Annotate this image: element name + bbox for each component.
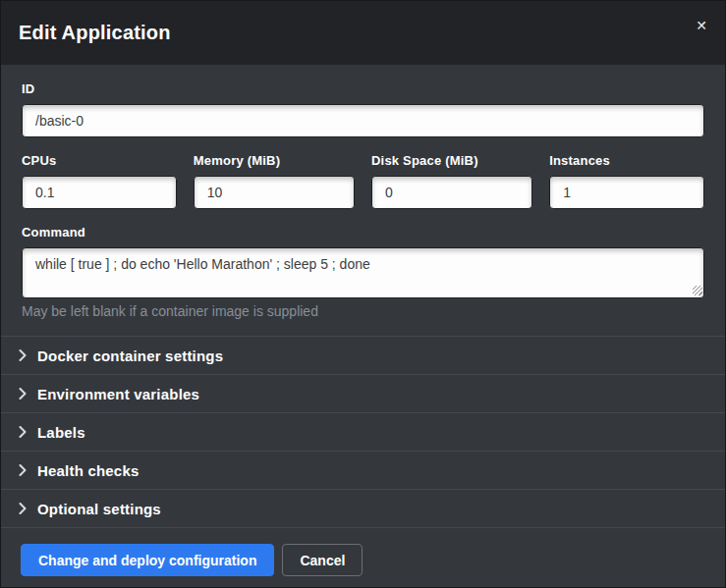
instances-label: Instances <box>549 153 704 168</box>
section-labels[interactable]: Labels <box>1 412 725 451</box>
section-label: Docker container settings <box>37 347 223 364</box>
close-icon: ✕ <box>696 18 707 33</box>
change-and-deploy-button[interactable]: Change and deploy configuration <box>21 544 274 576</box>
resources-row: CPUs Memory (MiB) Disk Space (MiB) Insta… <box>22 153 704 209</box>
chevron-right-icon <box>19 349 27 361</box>
chevron-right-icon <box>19 503 27 514</box>
instances-input[interactable] <box>549 176 704 209</box>
memory-field-group: Memory (MiB) <box>194 153 355 209</box>
command-label: Command <box>22 225 704 240</box>
application-form: ID CPUs Memory (MiB) Disk Space (MiB) In… <box>1 65 725 319</box>
resize-grip-icon[interactable] <box>693 286 702 295</box>
instances-field-group: Instances <box>549 153 704 209</box>
section-optional-settings[interactable]: Optional settings <box>1 489 725 527</box>
spacer <box>1 319 725 336</box>
command-textarea[interactable]: while [ true ] ; do echo 'Hello Marathon… <box>22 247 704 298</box>
section-label: Health checks <box>37 462 139 479</box>
chevron-right-icon <box>19 464 27 476</box>
disk-input[interactable] <box>371 176 532 209</box>
section-label: Labels <box>37 424 85 441</box>
section-label: Optional settings <box>37 501 161 517</box>
memory-label: Memory (MiB) <box>194 153 355 168</box>
edit-application-modal: Edit Application ✕ ID CPUs Memory (MiB) … <box>0 0 726 588</box>
command-textarea-wrap: while [ true ] ; do echo 'Hello Marathon… <box>22 247 704 298</box>
section-health-checks[interactable]: Health checks <box>1 451 725 489</box>
disk-label: Disk Space (MiB) <box>371 153 532 168</box>
section-environment-variables[interactable]: Environment variables <box>1 374 725 412</box>
id-label: ID <box>22 81 704 96</box>
chevron-right-icon <box>19 426 27 438</box>
modal-footer: Change and deploy configuration Cancel <box>1 528 725 588</box>
id-field-group: ID <box>22 81 704 137</box>
command-help-text: May be left blank if a container image i… <box>22 303 704 319</box>
id-input[interactable] <box>22 104 704 137</box>
accordion-sections: Docker container settings Environment va… <box>1 336 725 528</box>
modal-title: Edit Application <box>19 22 171 44</box>
section-label: Environment variables <box>37 386 199 402</box>
cpus-field-group: CPUs <box>22 153 177 209</box>
memory-input[interactable] <box>194 176 355 209</box>
chevron-right-icon <box>19 388 27 400</box>
close-button[interactable]: ✕ <box>689 13 714 38</box>
command-field-group: Command while [ true ] ; do echo 'Hello … <box>22 225 704 319</box>
cpus-input[interactable] <box>22 176 177 209</box>
disk-field-group: Disk Space (MiB) <box>371 153 532 209</box>
cpus-label: CPUs <box>22 153 177 168</box>
section-docker-container-settings[interactable]: Docker container settings <box>1 336 725 374</box>
modal-header: Edit Application ✕ <box>1 1 725 65</box>
cancel-button[interactable]: Cancel <box>282 544 363 576</box>
